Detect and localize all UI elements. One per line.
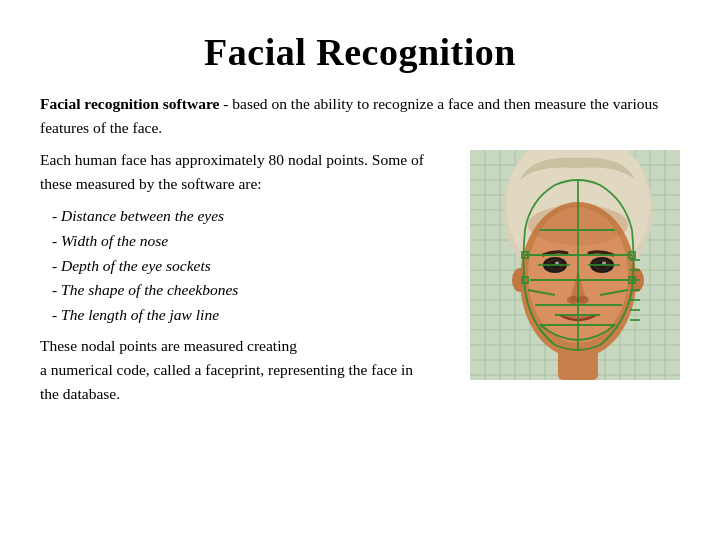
para3-line2: a numerical code, called a faceprint, re… xyxy=(40,361,413,378)
svg-point-42 xyxy=(602,262,606,265)
paragraph-2: Each human face has approximately 80 nod… xyxy=(40,148,452,196)
list-item-2: - Width of the nose xyxy=(52,229,452,254)
para1-bold: Facial recognition software xyxy=(40,95,219,112)
para3-line1: These nodal points are measured creating xyxy=(40,337,297,354)
list-item-1: - Distance between the eyes xyxy=(52,204,452,229)
face-svg xyxy=(470,150,680,380)
list-item-5: - The length of the jaw line xyxy=(52,303,452,328)
two-column-layout: Each human face has approximately 80 nod… xyxy=(40,148,680,406)
paragraph-3: These nodal points are measured creating… xyxy=(40,334,452,406)
para3-line3: the database. xyxy=(40,385,120,402)
face-recognition-image xyxy=(470,150,680,380)
list-item-4: - The shape of the cheekbones xyxy=(52,278,452,303)
paragraph-1: Facial recognition software - based on t… xyxy=(40,92,680,140)
page-title: Facial Recognition xyxy=(40,30,680,74)
bullet-list: - Distance between the eyes - Width of t… xyxy=(52,204,452,328)
text-column: Each human face has approximately 80 nod… xyxy=(40,148,452,406)
content-area: Facial recognition software - based on t… xyxy=(40,92,680,406)
svg-point-38 xyxy=(555,262,559,265)
list-item-3: - Depth of the eye sockets xyxy=(52,254,452,279)
page: Facial Recognition Facial recognition so… xyxy=(0,0,720,540)
face-image-column xyxy=(470,150,680,380)
